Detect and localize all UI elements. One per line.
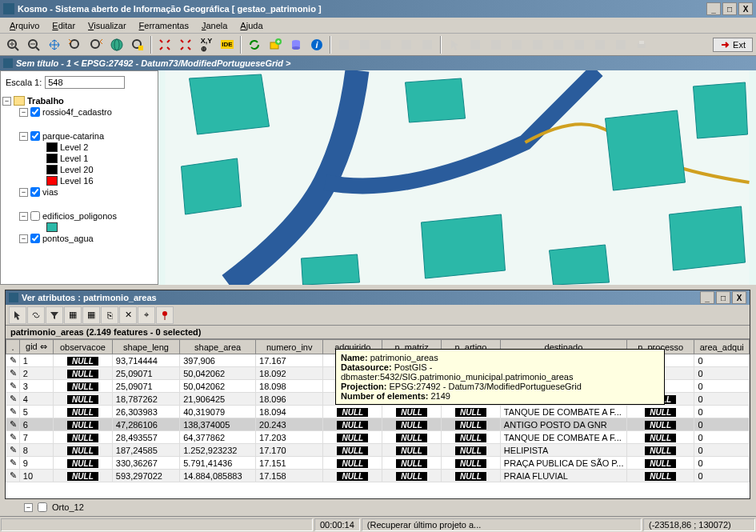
menu-janela[interactable]: Janela <box>195 19 234 32</box>
tree-collapse-icon[interactable]: − <box>19 188 28 197</box>
attr-tool-4[interactable]: ▦ <box>64 306 82 324</box>
menu-editar[interactable]: Editar <box>46 19 82 32</box>
level20-label[interactable]: Level 20 <box>60 165 94 174</box>
tree-collapse-icon[interactable]: − <box>19 132 28 141</box>
zoom-next-icon[interactable] <box>86 35 106 54</box>
attr-tool-link[interactable] <box>27 306 45 324</box>
level2-label[interactable]: Level 2 <box>60 142 88 152</box>
maximize-button[interactable]: □ <box>722 2 737 15</box>
attr-close-button[interactable]: X <box>732 291 746 304</box>
main-titlebar: Kosmo - Sistema aberto de Informação Geo… <box>0 0 756 18</box>
layer-check-orto[interactable] <box>38 502 47 512</box>
table-row[interactable]: ✎8NULL187,245851.252,92323217.170NULLNUL… <box>6 444 750 457</box>
attr-tool-cursor[interactable] <box>9 306 26 324</box>
layer-check-parque[interactable] <box>30 131 40 141</box>
zoom-world-icon[interactable] <box>107 35 126 54</box>
table-row[interactable]: ✎5NULL26,30398340,31907918.094NULLNULLNU… <box>6 406 750 418</box>
svg-rect-24 <box>381 40 390 50</box>
table-row[interactable]: ✎7NULL28,49355764,37786217.203NULLNULLNU… <box>6 431 750 444</box>
level1-label[interactable]: Level 1 <box>60 154 88 163</box>
tooltip-proj-value: EPSG:27492 - Datum73/ModifiedPortugueseG… <box>386 382 581 391</box>
attr-toolbar: ▦ ▦ ⎘ ✕ ⌖ <box>6 305 750 326</box>
exit-button[interactable]: Ext <box>713 38 753 52</box>
zoom-extent-icon[interactable] <box>155 35 174 54</box>
attr-tool-7[interactable]: ✕ <box>119 306 137 324</box>
attr-minimize-button[interactable]: _ <box>700 291 714 304</box>
layer-rossio[interactable]: rossio4f_cadastro <box>42 107 112 117</box>
attr-icon <box>9 293 18 302</box>
db-icon[interactable] <box>286 35 306 54</box>
zoom-sel-icon[interactable] <box>176 35 195 54</box>
attr-info: patrimonio_areas (2.149 features - 0 sel… <box>6 326 750 338</box>
refresh-icon[interactable] <box>245 35 264 54</box>
svg-marker-46 <box>550 245 610 285</box>
menu-ajuda[interactable]: Ajuda <box>234 19 269 32</box>
disabled-tool-4 <box>397 35 416 54</box>
svg-point-19 <box>292 46 300 50</box>
disabled-tool-2 <box>355 35 374 54</box>
level16-label[interactable]: Level 16 <box>60 176 94 186</box>
minimize-button[interactable]: _ <box>706 2 721 15</box>
table-row[interactable]: ✎10NULL593,29702214.884,08588317.158NULL… <box>6 470 750 482</box>
layer-tree[interactable]: −Trabalho −rossio4f_cadastro −parque-cat… <box>1 94 158 284</box>
col-aadq[interactable]: area_adqui <box>694 340 750 354</box>
svg-rect-28 <box>491 40 501 50</box>
col-inv[interactable]: numero_inv <box>256 340 323 354</box>
col-leng[interactable]: shape_leng <box>112 340 179 354</box>
attr-tool-5[interactable]: ▦ <box>82 306 100 324</box>
disabled-tool-3 <box>376 35 395 54</box>
menu-ferramentas[interactable]: Ferramentas <box>133 19 195 32</box>
attr-tool-8[interactable]: ⌖ <box>138 306 155 324</box>
col-gid[interactable]: gid ⇔ <box>19 340 53 354</box>
layer-parque[interactable]: parque-catarina <box>42 131 104 141</box>
menu-arquivo[interactable]: Arquivo <box>3 19 46 32</box>
col-obs[interactable]: observacoe <box>54 340 113 354</box>
attr-maximize-button[interactable]: □ <box>716 291 730 304</box>
layer-orto[interactable]: Orto_12 <box>52 502 84 512</box>
layer-check-rossio[interactable] <box>30 107 40 117</box>
layer-check-pontos[interactable] <box>30 234 40 243</box>
layer-check-vias[interactable] <box>30 187 40 197</box>
pan-icon[interactable] <box>45 35 64 54</box>
layer-vias[interactable]: vias <box>42 187 58 197</box>
map-canvas[interactable] <box>158 70 756 285</box>
attr-titlebar: Ver atributos : patrimonio_areas _ □ X <box>6 290 750 305</box>
menu-visualizar[interactable]: Visualizar <box>82 19 133 32</box>
table-row[interactable]: ✎6NULL47,286106138,37400520.243NULLNULLN… <box>6 418 750 431</box>
exit-icon <box>720 40 730 50</box>
zoom-in-icon[interactable] <box>3 35 22 54</box>
col-area[interactable]: shape_area <box>180 340 256 354</box>
zoom-prev-icon[interactable] <box>66 35 85 54</box>
close-button[interactable]: X <box>738 2 753 15</box>
layer-check-edif[interactable] <box>30 211 40 221</box>
zoom-layer-icon[interactable] <box>128 35 147 54</box>
xy-icon[interactable]: X,Y⊕ <box>197 35 216 54</box>
svg-marker-43 <box>670 206 746 270</box>
scale-input[interactable] <box>45 76 125 89</box>
tree-collapse-icon[interactable]: − <box>24 503 33 512</box>
tree-collapse-icon[interactable]: − <box>19 108 28 117</box>
table-row[interactable]: ✎9NULL330,362675.791,4143617.151NULLNULL… <box>6 457 750 470</box>
attr-title-text: Ver atributos : patrimonio_areas <box>22 293 700 302</box>
select-icon <box>445 35 464 54</box>
svg-rect-25 <box>402 40 411 50</box>
attr-tool-copy[interactable]: ⎘ <box>101 306 118 324</box>
folder-icon <box>14 96 25 106</box>
tree-collapse-icon[interactable]: − <box>19 212 28 221</box>
zoom-out-icon[interactable] <box>24 35 43 54</box>
add-layer-icon[interactable] <box>266 35 285 54</box>
disabled-tool-10 <box>549 35 568 54</box>
exit-label: Ext <box>733 40 746 50</box>
attr-tool-pin[interactable] <box>156 306 174 324</box>
tree-root[interactable]: Trabalho <box>27 96 64 106</box>
layer-pontos[interactable]: pontos_agua <box>42 234 94 243</box>
tree-collapse-icon[interactable]: − <box>19 234 28 243</box>
col-sel[interactable]: . <box>6 340 20 354</box>
info-icon[interactable]: i <box>307 35 326 54</box>
attr-tool-filter[interactable] <box>46 306 63 324</box>
tree-collapse-icon[interactable]: − <box>2 97 11 106</box>
layer-edif[interactable]: edificios_poligonos <box>42 211 117 221</box>
svg-marker-40 <box>406 78 466 122</box>
svg-marker-44 <box>422 214 506 278</box>
ide-icon[interactable]: IDE <box>218 35 237 54</box>
